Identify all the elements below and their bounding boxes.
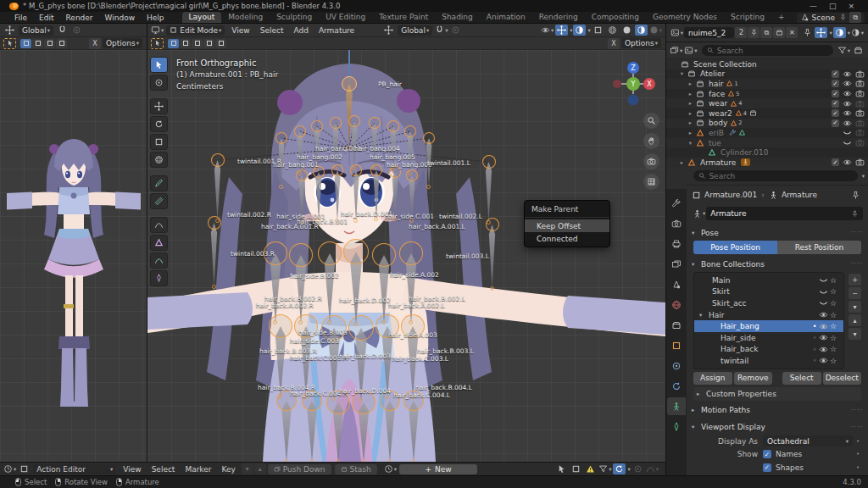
image-icon[interactable]: ▾ [670,27,683,38]
filter-icon[interactable]: ▾ [598,463,611,474]
select-button[interactable]: Select [782,372,821,385]
mirror-x-button[interactable]: X [89,38,101,49]
disclosure-arrow[interactable]: ▸ [687,130,694,136]
open-image-button[interactable] [773,27,785,38]
menu-item[interactable]: Keep Offset [525,219,609,232]
disclosure-arrow[interactable]: ▸ [687,91,694,97]
camera-icon[interactable] [855,119,865,128]
tweak-tool-icon[interactable] [3,38,16,49]
bone-joint[interactable] [423,132,435,144]
left-viewport-canvas[interactable] [0,50,147,462]
pan-icon[interactable] [643,133,659,149]
new-image-button[interactable]: ⧉ [760,27,772,38]
eye-icon[interactable] [819,322,828,331]
menu-item[interactable]: Help [141,14,170,22]
tool-move[interactable] [150,98,168,114]
item-name[interactable]: Cylinder.010 [721,148,768,157]
mirror-x-button[interactable]: X [608,38,620,49]
ortho-grid-icon[interactable] [643,174,659,190]
tab-view-layer[interactable] [667,255,686,273]
disclosure-arrow[interactable]: ▸ [687,110,694,117]
tool-extrude[interactable] [150,235,168,251]
xray-toggle-icon[interactable] [592,25,604,36]
breadcrumb-data[interactable]: Armature [782,191,817,199]
eye-icon[interactable] [819,356,828,365]
checkbox-icon[interactable]: ✓ [763,450,771,458]
eye-icon[interactable] [819,275,828,285]
bone-joint[interactable] [211,153,225,167]
armature-icon[interactable]: ▾ [693,208,705,219]
workspace-tab[interactable]: Compositing [585,12,646,23]
custom-properties-panel[interactable]: ▸Custom Properties [693,387,861,401]
bone-tail[interactable] [490,286,494,291]
eye-icon[interactable] [843,138,852,147]
snap-magnet-icon[interactable]: ▾ [435,25,448,36]
outliner-row[interactable]: ▾ Atelier [666,69,868,80]
armature-bone[interactable] [212,160,223,221]
pin-icon[interactable] [801,27,814,38]
selectable-checkbox[interactable]: ✓ [832,119,839,127]
remove-button[interactable]: Remove [734,372,773,385]
zoom-icon[interactable] [643,113,659,129]
workspace-tab[interactable]: Rendering [532,12,585,23]
eye-icon[interactable] [843,108,852,118]
outliner-scene-icon[interactable]: ▾ [684,45,697,56]
bone-joint[interactable] [208,216,221,230]
pin-icon[interactable] [849,190,862,201]
tab-world[interactable] [667,296,686,313]
bone-joint[interactable] [289,243,313,267]
selectable-checkbox[interactable]: ✓ [832,100,839,108]
bone-joint[interactable] [486,218,499,231]
pose-toggle-button[interactable]: Rest Position [777,241,861,254]
select-box-icon[interactable] [570,463,582,474]
cursor-icon[interactable] [555,463,568,474]
bone-joint[interactable] [318,241,342,265]
tweak-tool-icon[interactable] [151,38,164,49]
outliner-display-mode-icon[interactable]: ▾ [670,45,682,56]
bone-joint[interactable] [294,125,306,137]
bone-joint[interactable] [350,164,362,176]
bone-collection-row[interactable]: Hair_bang • ☆ [694,320,843,332]
gizmos-toggle-icon[interactable] [555,25,568,36]
dopesheet-menu-item[interactable]: Key [217,465,241,474]
shading-material-icon[interactable] [635,25,648,36]
viewport-display-panel[interactable]: ▾Viewport Display···· [692,420,863,435]
move-down-button[interactable]: ▾ [849,328,861,340]
dopesheet-menu-item[interactable]: View [118,465,146,474]
fake-user-icon[interactable] [748,27,760,38]
pose-toggle-button[interactable]: Pose Position [693,241,777,254]
disclosure-arrow[interactable]: ▾ [678,70,686,77]
viewport-menu-item[interactable]: View [226,26,254,35]
tool-bend[interactable] [150,252,168,269]
id-name-field[interactable]: Armature [706,207,863,220]
tool-shear[interactable] [150,270,168,286]
bone-collection-row[interactable]: Hair_back ◦ ☆ [694,344,843,356]
disclosure-arrow[interactable]: ▸ [687,100,694,107]
eye-icon[interactable] [819,345,828,354]
image-name-field[interactable]: nuime5_2 [684,27,734,38]
checkbox-label[interactable]: Names [776,450,802,458]
bone-collection-row[interactable]: Skirt_acc ☆ [694,297,843,309]
overlays-toggle-icon[interactable] [573,25,586,36]
eye-icon[interactable] [819,310,828,319]
menu-item[interactable]: Window [99,14,142,22]
select-mode-buttons[interactable] [168,39,226,48]
tool-select-box[interactable] [150,57,168,73]
proportional-edit-icon[interactable] [632,463,644,474]
star-icon[interactable]: ☆ [828,299,838,308]
gizmo-z[interactable]: Z [631,64,636,72]
bone-joint[interactable] [399,241,423,265]
eye-icon[interactable] [843,79,852,88]
tool-rotate[interactable] [150,116,168,132]
bone-joint[interactable] [343,239,369,264]
outliner-row[interactable]: ▸ eriB [666,128,868,138]
proportional-edit-icon[interactable] [70,25,83,36]
bone-joint[interactable] [331,164,343,176]
viewport-canvas[interactable]: PB_hairhair_bang.003hair_bang.004hair_ba… [147,50,665,462]
selectable-checkbox[interactable]: ✓ [832,158,839,166]
tab-physics[interactable] [667,377,686,395]
tab-scene[interactable] [667,275,686,293]
outliner-row[interactable]: ▸ face 5 [666,89,868,99]
camera-icon[interactable] [855,79,865,88]
workspace-tab[interactable]: + [771,12,792,23]
